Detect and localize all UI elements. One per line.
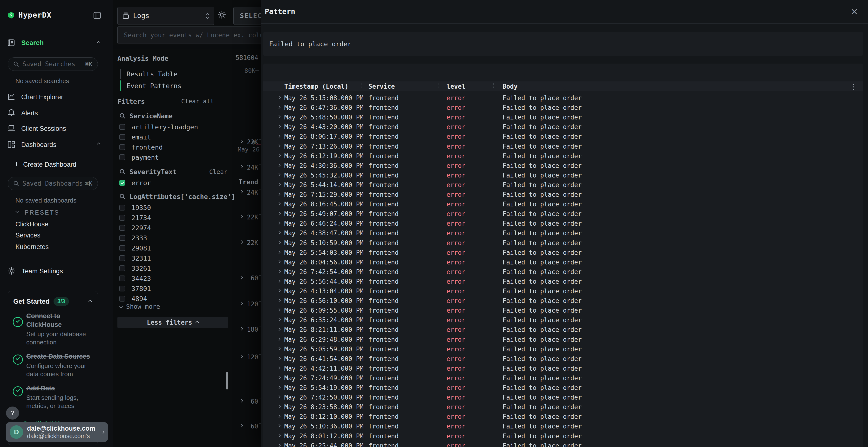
log-event-row[interactable]: May 26 4:13:04.000 PMfrontenderrorFailed… (263, 286, 863, 296)
filter-checkbox-row[interactable]: 33261 (117, 263, 228, 273)
source-settings-gear-icon[interactable] (218, 10, 226, 19)
expand-row-chevron-icon[interactable] (277, 105, 281, 109)
checkbox-unchecked[interactable] (119, 134, 125, 140)
expand-row-chevron-icon[interactable] (277, 376, 281, 379)
analysis-mode-event-patterns[interactable]: Event Patterns (117, 80, 223, 91)
log-event-row[interactable]: May 26 5:54:03.000 PMfrontenderrorFailed… (263, 248, 863, 257)
expand-row-chevron-icon[interactable] (277, 144, 281, 147)
expand-row-chevron-icon[interactable] (277, 260, 281, 264)
expand-row-chevron-icon[interactable] (277, 328, 281, 331)
user-menu[interactable]: D dale@clickhouse.com dale@clickhouse.co… (6, 422, 108, 442)
filter-checkbox-row[interactable]: 32311 (117, 253, 228, 263)
presets-chevron-icon[interactable] (16, 209, 19, 213)
checkbox-unchecked[interactable] (119, 286, 125, 291)
log-event-row[interactable]: May 26 8:12:10.000 PMfrontenderrorFailed… (263, 412, 863, 421)
log-event-row[interactable]: May 26 5:45:32.000 PMfrontenderrorFailed… (263, 171, 863, 180)
sidebar-item-team-settings[interactable]: Team Settings (22, 268, 63, 275)
log-event-row[interactable]: May 26 6:12:19.000 PMfrontenderrorFailed… (263, 151, 863, 161)
checkbox-unchecked[interactable] (119, 205, 125, 210)
expand-row-chevron-icon[interactable] (277, 183, 281, 186)
pattern-peek-row[interactable]: 22K (232, 239, 261, 246)
filter-checkbox-row[interactable]: 22974 (117, 223, 228, 233)
log-event-row[interactable]: May 26 5:49:07.000 PMfrontenderrorFailed… (263, 209, 863, 219)
log-event-row[interactable]: May 26 8:21:11.000 PMfrontenderrorFailed… (263, 325, 863, 335)
log-event-row[interactable]: May 26 8:23:58.000 PMfrontenderrorFailed… (263, 402, 863, 412)
checkbox-unchecked[interactable] (119, 144, 125, 150)
get-started-item[interactable]: Connect to ClickHouse Set up your databa… (8, 308, 98, 348)
checkbox-unchecked[interactable] (119, 255, 125, 261)
log-event-row[interactable]: May 26 8:04:56.000 PMfrontenderrorFailed… (263, 257, 863, 267)
log-event-row[interactable]: May 26 6:09:55.000 PMfrontenderrorFailed… (263, 306, 863, 315)
expand-row-chevron-icon[interactable] (277, 357, 281, 360)
log-event-row[interactable]: May 26 5:56:44.000 PMfrontenderrorFailed… (263, 277, 863, 286)
expand-row-chevron-icon[interactable] (277, 386, 281, 389)
column-header-timestamp[interactable]: Timestamp (Local) (284, 83, 348, 90)
filter-checkbox-row[interactable]: 29081 (117, 243, 228, 253)
checkbox-unchecked[interactable] (119, 124, 125, 130)
log-event-row[interactable]: May 26 8:01:12.000 PMfrontenderrorFailed… (263, 431, 863, 441)
expand-row-chevron-icon[interactable] (277, 444, 281, 447)
filters-scrollbar-thumb[interactable] (226, 372, 228, 389)
log-event-row[interactable]: May 26 5:44:14.000 PMfrontenderrorFailed… (263, 180, 863, 190)
sidebar-item-alerts[interactable]: Alerts (21, 110, 38, 117)
analysis-mode-results-table[interactable]: Results Table (117, 69, 223, 79)
preset-item-kubernetes[interactable]: Kubernetes (16, 243, 49, 251)
filter-group-clear-link[interactable]: Clear (209, 168, 228, 175)
checkbox-unchecked[interactable] (119, 265, 125, 271)
pattern-peek-row[interactable]: 60 (232, 422, 261, 429)
column-header-service[interactable]: Service (368, 83, 395, 90)
expand-row-chevron-icon[interactable] (277, 337, 281, 341)
presets-header[interactable]: PRESETS (25, 209, 60, 216)
filter-search-icon[interactable] (119, 194, 126, 200)
pattern-peek-row[interactable]: 120 (232, 353, 261, 360)
log-event-row[interactable]: May 26 6:35:24.000 PMfrontenderrorFailed… (263, 315, 863, 325)
checkbox-unchecked[interactable] (119, 215, 125, 220)
checkbox-checked[interactable] (119, 180, 125, 186)
log-event-row[interactable]: May 26 7:42:50.000 PMfrontenderrorFailed… (263, 392, 863, 402)
saved-dashboards-input[interactable]: Saved Dashboards ⌘K (8, 177, 98, 190)
log-event-row[interactable]: May 26 7:15:29.000 PMfrontenderrorFailed… (263, 190, 863, 199)
column-separator[interactable] (493, 83, 494, 89)
expand-chevron-icon[interactable] (240, 165, 243, 168)
expand-row-chevron-icon[interactable] (277, 202, 281, 205)
checkbox-unchecked[interactable] (119, 296, 125, 302)
show-more-button[interactable]: Show more (120, 303, 160, 310)
search-collapse-chevron-icon[interactable] (97, 41, 100, 44)
create-dashboard-button[interactable]: Create Dashboard (23, 161, 76, 168)
checkbox-unchecked[interactable] (119, 154, 125, 160)
log-event-row[interactable]: May 26 5:54:19.000 PMfrontenderrorFailed… (263, 383, 863, 392)
expand-row-chevron-icon[interactable] (277, 434, 281, 437)
expand-row-chevron-icon[interactable] (277, 395, 281, 399)
log-event-row[interactable]: May 26 5:10:59.000 PMfrontenderrorFailed… (263, 238, 863, 248)
log-event-row[interactable]: May 26 5:10:36.000 PMfrontenderrorFailed… (263, 421, 863, 431)
expand-row-chevron-icon[interactable] (277, 231, 281, 234)
pattern-peek-row[interactable]: 24K (232, 188, 261, 196)
log-event-row[interactable]: May 26 8:16:45.000 PMfrontenderrorFailed… (263, 199, 863, 209)
log-event-row[interactable]: May 26 6:41:54.000 PMfrontenderrorFailed… (263, 354, 863, 364)
column-separator[interactable] (361, 83, 362, 89)
expand-chevron-icon[interactable] (240, 276, 243, 279)
expand-chevron-icon[interactable] (240, 424, 243, 427)
collapse-sidebar-icon[interactable] (94, 12, 101, 19)
expand-row-chevron-icon[interactable] (277, 221, 281, 225)
expand-row-chevron-icon[interactable] (277, 424, 281, 427)
sidebar-item-client-sessions[interactable]: Client Sessions (21, 125, 66, 133)
get-started-collapse-chevron-icon[interactable] (89, 300, 92, 303)
filter-checkbox-row[interactable]: error (117, 178, 228, 188)
filter-checkbox-row[interactable]: email (117, 132, 228, 142)
checkbox-unchecked[interactable] (119, 235, 125, 241)
pattern-peek-row[interactable]: 60 (232, 398, 261, 405)
expand-row-chevron-icon[interactable] (277, 193, 281, 196)
expand-chevron-icon[interactable] (240, 327, 243, 331)
expand-chevron-icon[interactable] (240, 215, 243, 218)
log-event-row[interactable]: May 26 6:47:36.000 PMfrontenderrorFailed… (263, 103, 863, 112)
get-started-item[interactable]: Add Data Start sending logs, metrics, or… (8, 380, 98, 412)
sidebar-item-search[interactable]: Search (21, 39, 44, 47)
expand-row-chevron-icon[interactable] (277, 173, 281, 176)
filter-search-icon[interactable] (119, 169, 126, 175)
expand-chevron-icon[interactable] (240, 140, 243, 143)
expand-row-chevron-icon[interactable] (277, 366, 281, 370)
expand-row-chevron-icon[interactable] (277, 115, 281, 118)
filter-checkbox-row[interactable]: 19350 (117, 203, 228, 213)
expand-row-chevron-icon[interactable] (277, 250, 281, 254)
